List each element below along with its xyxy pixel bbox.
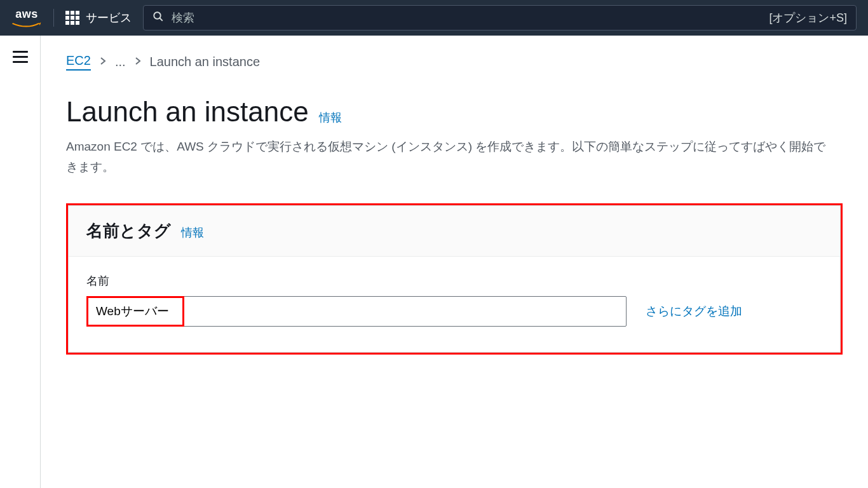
search-icon bbox=[153, 11, 164, 25]
body-wrap: EC2 ... Launch an instance Launch an ins… bbox=[0, 36, 868, 488]
aws-smile-icon bbox=[11, 22, 42, 29]
svg-line-1 bbox=[159, 18, 163, 21]
name-input-wrap bbox=[86, 296, 627, 327]
aws-logo-text: aws bbox=[15, 8, 38, 21]
main-content: EC2 ... Launch an instance Launch an ins… bbox=[41, 36, 868, 488]
page-title-row: Launch an instance 情報 bbox=[66, 96, 843, 128]
panel-header: 名前とタグ 情報 bbox=[69, 206, 840, 257]
search-bar[interactable]: [オプション+S] bbox=[143, 5, 857, 30]
search-shortcut: [オプション+S] bbox=[769, 10, 847, 25]
name-input[interactable] bbox=[86, 296, 627, 327]
breadcrumb-root[interactable]: EC2 bbox=[66, 53, 91, 71]
aws-logo[interactable]: aws bbox=[11, 8, 42, 29]
page-title: Launch an instance bbox=[66, 96, 309, 128]
top-nav: aws サービス [オプション+S] bbox=[0, 0, 868, 36]
hamburger-icon[interactable] bbox=[13, 51, 28, 488]
panel-highlight-annotation: 名前とタグ 情報 名前 さらにタグを追加 bbox=[66, 203, 843, 355]
chevron-right-icon bbox=[100, 55, 106, 69]
name-field-label: 名前 bbox=[86, 273, 822, 288]
grid-icon bbox=[65, 11, 79, 25]
chevron-right-icon bbox=[135, 55, 141, 69]
breadcrumb-current: Launch an instance bbox=[150, 55, 260, 69]
sidebar-collapsed bbox=[0, 36, 41, 488]
panel-title: 名前とタグ bbox=[86, 220, 171, 242]
services-label: サービス bbox=[86, 10, 132, 25]
panel-body: 名前 さらにタグを追加 bbox=[69, 257, 840, 352]
services-button[interactable]: サービス bbox=[65, 10, 132, 25]
page-description: Amazon EC2 では、AWS クラウドで実行される仮想マシン (インスタン… bbox=[66, 137, 829, 178]
breadcrumb: EC2 ... Launch an instance bbox=[66, 53, 843, 71]
info-link[interactable]: 情報 bbox=[181, 225, 204, 240]
svg-point-0 bbox=[154, 12, 161, 19]
search-input[interactable] bbox=[172, 11, 761, 25]
breadcrumb-ellipsis[interactable]: ... bbox=[115, 55, 126, 69]
name-field-row: さらにタグを追加 bbox=[86, 296, 822, 327]
name-and-tags-panel: 名前とタグ 情報 名前 さらにタグを追加 bbox=[68, 205, 841, 353]
info-link[interactable]: 情報 bbox=[319, 110, 342, 125]
nav-divider bbox=[53, 9, 54, 27]
add-tags-link[interactable]: さらにタグを追加 bbox=[646, 303, 742, 320]
